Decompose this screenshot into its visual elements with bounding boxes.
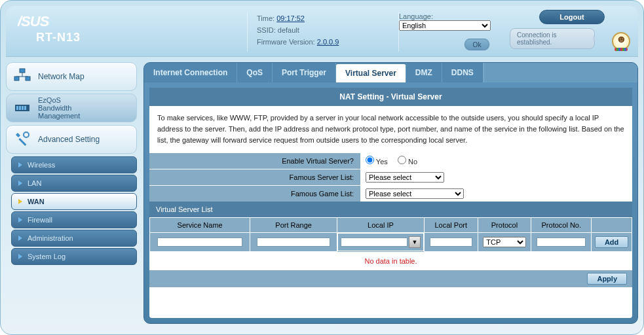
svg-point-12 xyxy=(24,132,29,137)
model-label: RT-N13 xyxy=(36,31,247,44)
empty-state-text: No data in table. xyxy=(149,252,632,270)
tab-qos[interactable]: QoS xyxy=(237,63,273,82)
sidebar-sub-lan[interactable]: LAN xyxy=(11,175,137,192)
time-label: Time: xyxy=(257,14,275,22)
language-block: Language: English Ok xyxy=(399,10,504,50)
language-label: Language: xyxy=(399,12,504,20)
famous-server-select[interactable]: Please select xyxy=(366,172,444,183)
sidebar-sub-label: WAN xyxy=(28,198,45,205)
sidebar-sub-wireless[interactable]: Wireless xyxy=(11,156,137,173)
tab-spacer xyxy=(483,63,637,82)
page-title: NAT Setting - Virtual Server xyxy=(149,88,632,106)
header-bar: /SUS RT-N13 Time: 09:17:52 SSID: default… xyxy=(6,6,638,57)
col-port-range: Port Range xyxy=(250,218,337,233)
tab-port-trigger[interactable]: Port Trigger xyxy=(273,63,336,82)
sidebar-sub-administration[interactable]: Administration xyxy=(11,230,137,247)
protocol-no-input[interactable] xyxy=(537,238,586,247)
local-ip-input[interactable] xyxy=(341,238,407,247)
tab-virtual-server[interactable]: Virtual Server xyxy=(336,64,406,82)
sidebar-item-network-map[interactable]: Network Map xyxy=(6,62,137,91)
sidebar-sub-firewall[interactable]: Firewall xyxy=(11,211,137,228)
svg-rect-9 xyxy=(22,106,24,110)
col-protocol: Protocol xyxy=(478,218,531,233)
page-description: To make services, like WWW, FTP, provide… xyxy=(149,106,632,152)
sidebar-sub-label: Wireless xyxy=(28,161,55,169)
col-protocol-no: Protocol No. xyxy=(531,218,592,233)
table-input-row: ▼ TCP Add xyxy=(150,233,632,252)
sidebar-sub-label: Firewall xyxy=(28,216,52,224)
sidebar-item-label: Network Map xyxy=(38,72,85,81)
asus-logo: /SUS xyxy=(18,12,116,32)
col-action xyxy=(592,218,632,233)
logout-button[interactable]: Logout xyxy=(539,10,605,24)
table-header-row: Service Name Port Range Local IP Local P… xyxy=(150,218,632,233)
virtual-server-list-header: Virtual Server List xyxy=(149,202,632,217)
local-port-input[interactable] xyxy=(430,238,472,247)
protocol-select[interactable]: TCP xyxy=(483,237,525,247)
apply-button[interactable]: Apply xyxy=(587,273,627,285)
sidebar-sub-label: LAN xyxy=(28,179,41,187)
chevron-right-icon xyxy=(18,254,22,259)
sidebar-sub-wan[interactable]: WAN xyxy=(11,193,137,210)
sidebar-item-advanced[interactable]: Advanced Setting xyxy=(6,125,137,154)
svg-rect-5 xyxy=(26,77,30,80)
fw-label: Firmware Version: xyxy=(257,38,315,46)
svg-rect-11 xyxy=(18,138,26,146)
enable-no-option[interactable]: No xyxy=(398,158,417,166)
svg-rect-1 xyxy=(20,69,25,73)
enable-yes-option[interactable]: Yes xyxy=(366,158,388,166)
ezqos-icon xyxy=(13,99,31,117)
row-enable: Enable Virtual Server? Yes No xyxy=(149,152,632,169)
chevron-right-icon xyxy=(18,217,22,222)
tab-ddns[interactable]: DDNS xyxy=(442,63,483,82)
language-ok-button[interactable]: Ok xyxy=(464,39,489,50)
virtual-server-table: Service Name Port Range Local IP Local P… xyxy=(149,217,632,252)
add-button[interactable]: Add xyxy=(595,236,628,248)
svg-text:/SUS: /SUS xyxy=(18,13,50,29)
svg-rect-8 xyxy=(19,106,21,110)
body-row: Network Map EzQoS Bandwidth Management A… xyxy=(6,57,638,324)
chevron-right-icon xyxy=(18,236,22,241)
tab-internet-connection[interactable]: Internet Connection xyxy=(144,63,237,82)
chevron-right-icon xyxy=(18,199,22,204)
sidebar-sub-label: Administration xyxy=(28,234,73,242)
col-local-port: Local Port xyxy=(424,218,478,233)
svg-rect-7 xyxy=(16,106,18,110)
sidebar-sub-system-log[interactable]: System Log xyxy=(11,248,137,265)
ssid-value: default xyxy=(278,26,299,34)
svg-rect-4 xyxy=(14,77,19,80)
fw-value[interactable]: 2.0.0.9 xyxy=(317,38,339,46)
tab-bar: Internet Connection QoS Port Trigger Vir… xyxy=(144,63,637,82)
system-info: Time: 09:17:52 SSID: default Firmware Ve… xyxy=(248,10,398,48)
connection-status: Connection is established. xyxy=(510,28,595,49)
enable-yes-radio[interactable] xyxy=(366,156,374,164)
svg-rect-10 xyxy=(24,106,26,110)
enable-no-radio[interactable] xyxy=(398,156,406,164)
tools-icon xyxy=(13,130,31,149)
sidebar: Network Map EzQoS Bandwidth Management A… xyxy=(6,62,137,324)
ssid-label: SSID: xyxy=(257,26,276,34)
enable-label: Enable Virtual Server? xyxy=(149,153,360,169)
row-famous-game: Famous Game List: Please select xyxy=(149,185,632,202)
col-service-name: Service Name xyxy=(150,218,250,233)
time-value[interactable]: 09:17:52 xyxy=(276,14,305,22)
local-ip-dropdown-button[interactable]: ▼ xyxy=(409,236,421,248)
chevron-right-icon xyxy=(18,162,22,168)
network-map-icon xyxy=(13,67,31,86)
connection-status-icon xyxy=(612,32,630,50)
logo-block: /SUS RT-N13 xyxy=(18,10,247,44)
row-famous-server: Famous Server List: Please select xyxy=(149,169,632,185)
apply-row: Apply xyxy=(149,270,632,287)
port-range-input[interactable] xyxy=(257,238,330,247)
main-panel: Internet Connection QoS Port Trigger Vir… xyxy=(143,62,638,324)
sidebar-item-label: EzQoS Bandwidth Management xyxy=(38,96,80,120)
sidebar-item-ezqos[interactable]: EzQoS Bandwidth Management xyxy=(6,94,137,122)
language-select[interactable]: English xyxy=(399,20,491,31)
service-name-input[interactable] xyxy=(157,238,242,247)
header-right: Logout Connection is established. xyxy=(510,10,634,49)
tab-dmz[interactable]: DMZ xyxy=(406,63,442,82)
famous-game-select[interactable]: Please select xyxy=(366,188,464,199)
famous-game-label: Famous Game List: xyxy=(149,186,360,202)
sidebar-item-label: Advanced Setting xyxy=(38,135,100,144)
app-frame: /SUS RT-N13 Time: 09:17:52 SSID: default… xyxy=(0,0,644,335)
